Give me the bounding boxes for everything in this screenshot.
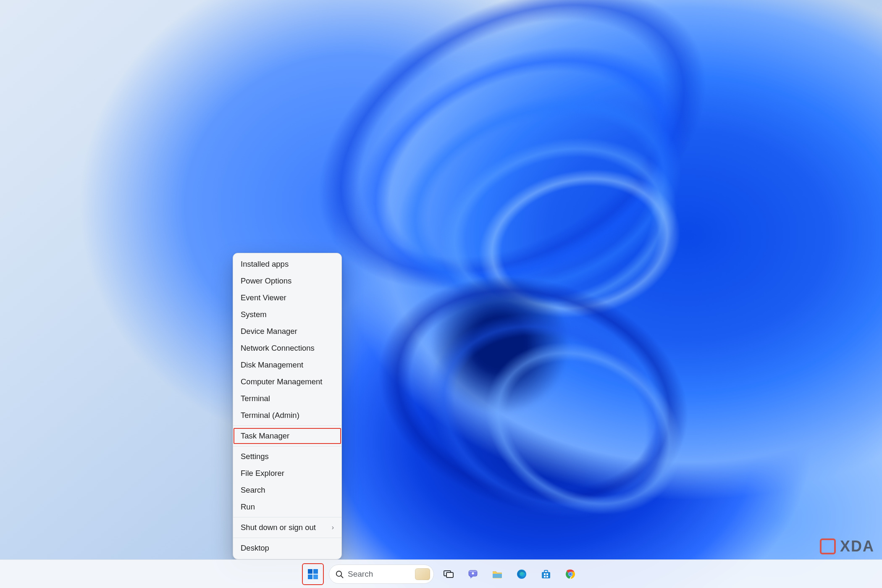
menu-item-label: Power Options <box>241 276 291 286</box>
menu-item-label: Search <box>241 486 265 495</box>
menu-item-terminal-admin[interactable]: Terminal (Admin) <box>233 407 341 424</box>
menu-item-label: Terminal (Admin) <box>241 411 299 420</box>
windows-logo-icon <box>307 568 319 580</box>
xda-watermark-text: XDA <box>840 538 874 555</box>
menu-item-shut-down-or-sign-out[interactable]: Shut down or sign out› <box>233 519 341 536</box>
menu-item-power-options[interactable]: Power Options <box>233 273 341 289</box>
svg-rect-16 <box>544 573 546 575</box>
task-view-button[interactable] <box>439 564 458 584</box>
search-highlight-thumbnail <box>415 568 430 580</box>
menu-item-desktop[interactable]: Desktop <box>233 540 341 556</box>
menu-separator <box>233 538 341 538</box>
microsoft-store-icon <box>540 568 552 580</box>
chrome-icon <box>564 568 577 580</box>
edge-button[interactable] <box>512 564 531 584</box>
menu-item-label: Settings <box>241 452 269 461</box>
xda-logo-icon <box>820 538 836 554</box>
start-context-menu: Installed appsPower OptionsEvent ViewerS… <box>233 253 342 559</box>
svg-rect-2 <box>308 575 312 579</box>
menu-item-label: Terminal <box>241 394 270 403</box>
chat-button[interactable] <box>463 564 483 584</box>
menu-item-label: Computer Management <box>241 377 322 386</box>
menu-item-label: Shut down or sign out <box>241 523 316 532</box>
chat-icon <box>467 568 479 580</box>
menu-item-label: Event Viewer <box>241 293 286 302</box>
menu-item-label: File Explorer <box>241 469 284 478</box>
start-button-highlight <box>302 563 324 585</box>
taskbar-center: Search <box>302 563 580 585</box>
menu-item-label: Desktop <box>241 543 269 553</box>
menu-item-device-manager[interactable]: Device Manager <box>233 323 341 340</box>
taskbar-search[interactable]: Search <box>329 564 434 584</box>
menu-item-disk-management[interactable]: Disk Management <box>233 357 341 373</box>
search-icon <box>335 570 344 578</box>
svg-rect-14 <box>542 572 550 578</box>
menu-separator <box>233 425 341 426</box>
file-explorer-button[interactable] <box>488 564 507 584</box>
svg-rect-19 <box>546 576 548 578</box>
menu-item-label: Disk Management <box>241 360 303 370</box>
menu-item-file-explorer[interactable]: File Explorer <box>233 465 341 482</box>
svg-rect-12 <box>493 574 502 578</box>
chrome-button[interactable] <box>561 564 580 584</box>
microsoft-store-button[interactable] <box>536 564 556 584</box>
menu-item-task-manager[interactable]: Task Manager <box>233 428 341 444</box>
menu-separator <box>233 517 341 517</box>
svg-point-23 <box>569 572 572 575</box>
svg-rect-15 <box>544 570 548 572</box>
search-placeholder: Search <box>348 570 373 579</box>
menu-item-terminal[interactable]: Terminal <box>233 390 341 407</box>
chevron-right-icon: › <box>332 524 334 531</box>
menu-item-label: Device Manager <box>241 327 297 336</box>
svg-rect-3 <box>313 575 318 579</box>
menu-item-event-viewer[interactable]: Event Viewer <box>233 289 341 306</box>
task-view-icon <box>442 568 455 580</box>
menu-item-label: Network Connections <box>241 344 315 353</box>
menu-item-computer-management[interactable]: Computer Management <box>233 373 341 390</box>
menu-item-settings[interactable]: Settings <box>233 448 341 465</box>
start-button[interactable] <box>303 564 323 584</box>
menu-item-label: Run <box>241 502 255 512</box>
svg-point-11 <box>472 572 474 574</box>
menu-separator <box>233 446 341 446</box>
menu-item-label: System <box>241 310 267 319</box>
menu-item-search[interactable]: Search <box>233 482 341 499</box>
menu-item-label: Task Manager <box>241 431 289 441</box>
desktop[interactable]: Installed appsPower OptionsEvent ViewerS… <box>0 0 882 588</box>
xda-watermark: XDA <box>820 538 874 555</box>
svg-rect-7 <box>446 572 453 578</box>
svg-rect-1 <box>313 569 318 574</box>
menu-item-network-connections[interactable]: Network Connections <box>233 340 341 357</box>
taskbar: Search <box>0 559 882 588</box>
menu-item-system[interactable]: System <box>233 306 341 323</box>
svg-line-5 <box>341 576 343 578</box>
edge-icon <box>515 568 528 580</box>
menu-item-run[interactable]: Run <box>233 499 341 515</box>
svg-rect-18 <box>544 576 546 578</box>
svg-rect-0 <box>308 569 312 574</box>
menu-item-label: Installed apps <box>241 260 289 269</box>
svg-rect-17 <box>546 573 548 575</box>
menu-item-installed-apps[interactable]: Installed apps <box>233 256 341 273</box>
file-explorer-icon <box>491 568 504 580</box>
